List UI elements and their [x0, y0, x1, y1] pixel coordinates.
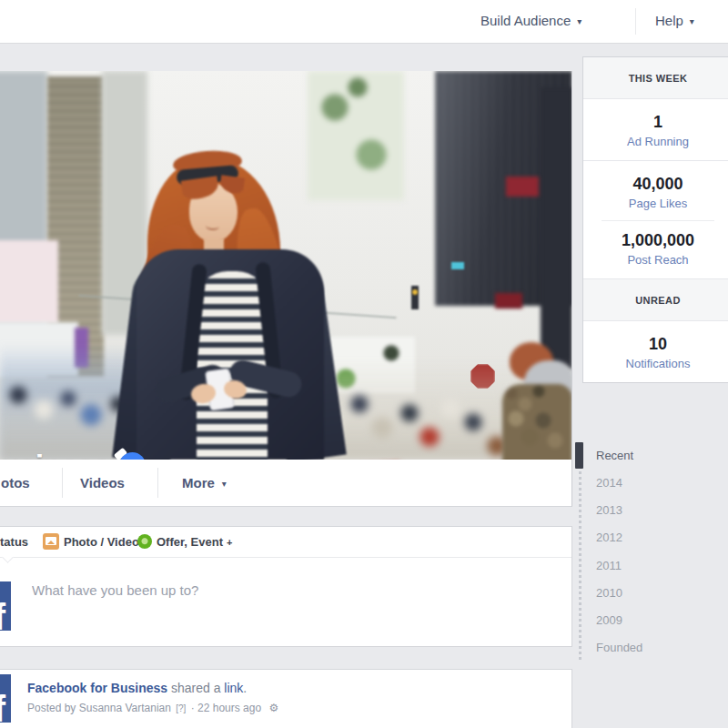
chevron-down-icon: ▾	[222, 479, 227, 489]
tab-divider	[157, 468, 158, 498]
composer-tab-photo-video[interactable]: Photo / Video	[64, 535, 139, 549]
timeline-current-marker	[575, 442, 583, 469]
help-menu[interactable]: Help▾	[655, 13, 694, 28]
ad-running-stat: 1 Ad Running	[583, 99, 728, 161]
this-week-header: THIS WEEK	[583, 57, 728, 99]
tab-divider	[62, 468, 63, 498]
post-avatar: f	[0, 674, 11, 723]
help-label: Help	[655, 13, 683, 28]
post-action-text: shared a	[171, 681, 220, 695]
post-author-link[interactable]: Facebook for Business	[27, 681, 167, 695]
offer-event-icon	[137, 534, 152, 549]
chevron-down-icon: ▾	[577, 16, 581, 26]
post-byline: Posted by Susanna Vartanian [?] · 22 hou…	[27, 702, 278, 714]
ad-running-value: 1	[583, 113, 728, 132]
period: .	[243, 681, 247, 695]
tab-more[interactable]: More▾	[182, 460, 227, 507]
check-glyph: ✓	[126, 458, 138, 460]
page-likes-stat: 40,000 Page Likes	[583, 161, 728, 220]
photo-icon	[43, 533, 59, 550]
facebook-page-admin-screen: Build Audience▾ Help▾	[0, 0, 728, 728]
post-reach-stat: 1,000,000 Post Reach	[583, 221, 728, 279]
post-composer: tatus Photo / Video Offer, Event+ f	[0, 526, 572, 647]
notifications-stat: 10 Notifications	[583, 321, 728, 382]
build-audience-menu[interactable]: Build Audience▾	[480, 13, 581, 28]
page-likes-value: 40,000	[583, 175, 728, 194]
tab-videos[interactable]: Videos	[80, 460, 125, 506]
timeline-item-recent[interactable]: Recent	[596, 442, 633, 470]
byline-prefix: Posted by	[27, 702, 76, 714]
byline-separator: ·	[191, 702, 195, 714]
timeline-item-2009[interactable]: 2009	[596, 607, 622, 634]
timeline-item-2013[interactable]: 2013	[596, 497, 622, 524]
post-reach-value: 1,000,000	[583, 231, 728, 250]
timeline-post: f Facebook for Business shared a link. P…	[0, 669, 572, 728]
post-link[interactable]: link	[224, 681, 243, 695]
timeline-item-2010[interactable]: 2010	[596, 580, 622, 607]
page-card: usiness ✓ Update Info Activity Log Liked…	[0, 71, 572, 507]
page-avatar: f	[0, 581, 11, 631]
composer-tabs: tatus Photo / Video Offer, Event+	[0, 527, 571, 558]
timeline-dotted-line	[579, 445, 581, 660]
top-navigation-bar: Build Audience▾ Help▾	[0, 0, 728, 44]
timeline-year-nav: Recent 2014 2013 2012 2011 2010 2009 Fou…	[575, 440, 693, 667]
timeline-item-founded[interactable]: Founded	[596, 634, 642, 662]
offer-event-label: Offer, Event	[157, 535, 223, 549]
ad-running-link[interactable]: Ad Running	[583, 135, 728, 148]
byline-author[interactable]: Susanna Vartanian	[79, 702, 171, 714]
chevron-down-icon: ▾	[690, 16, 694, 26]
status-input[interactable]	[30, 578, 543, 602]
gear-icon[interactable]: ⚙	[268, 702, 278, 714]
timeline-item-2011[interactable]: 2011	[596, 552, 622, 580]
byline-timestamp[interactable]: 22 hours ago	[197, 702, 261, 714]
composer-input-area[interactable]: f	[0, 558, 571, 646]
post-reach-link[interactable]: Post Reach	[583, 253, 728, 267]
tab-photos[interactable]: otos	[1, 460, 30, 506]
composer-tab-offer-event[interactable]: Offer, Event+	[157, 535, 232, 549]
composer-tab-status[interactable]: tatus	[0, 535, 28, 549]
topbar-divider	[635, 8, 636, 35]
plus-icon: +	[227, 537, 232, 548]
build-audience-label: Build Audience	[480, 13, 571, 28]
tab-more-label: More	[182, 475, 215, 490]
notifications-value: 10	[583, 335, 728, 354]
page-likes-link[interactable]: Page Likes	[583, 197, 728, 210]
post-header: Facebook for Business shared a link.	[27, 681, 247, 695]
page-name: usiness	[1, 448, 110, 460]
facebook-f-glyph: f	[0, 689, 5, 723]
cover-photo[interactable]: usiness ✓ Update Info Activity Log Liked…	[0, 71, 571, 460]
notifications-link[interactable]: Notifications	[583, 357, 728, 370]
unread-header: UNREAD	[583, 279, 728, 321]
page-tab-bar: otos Videos More▾	[0, 460, 571, 506]
this-week-panel: THIS WEEK 1 Ad Running 40,000 Page Likes…	[582, 56, 728, 383]
timeline-item-2012[interactable]: 2012	[596, 524, 622, 551]
timeline-item-2014[interactable]: 2014	[596, 470, 622, 497]
facebook-f-glyph: f	[0, 597, 5, 631]
help-badge-icon[interactable]: [?]	[176, 703, 186, 713]
verified-badge-icon: ✓	[119, 452, 146, 460]
